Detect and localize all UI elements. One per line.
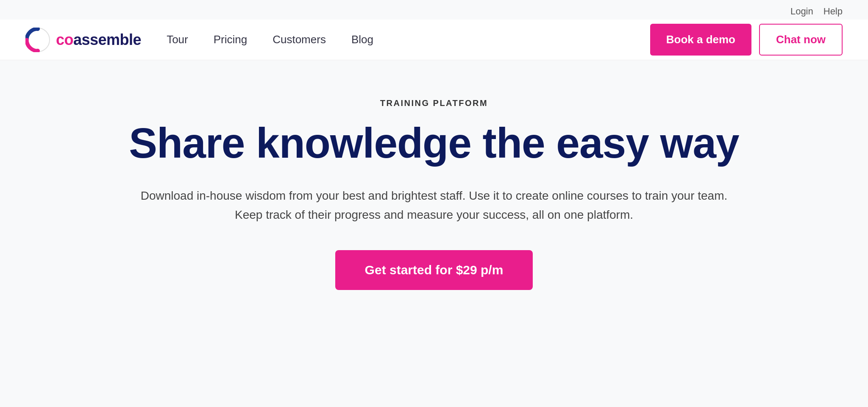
nav-blog[interactable]: Blog bbox=[351, 33, 373, 46]
top-bar: Login Help bbox=[0, 0, 868, 20]
nav-tour[interactable]: Tour bbox=[167, 33, 188, 46]
logo-icon bbox=[25, 28, 50, 52]
get-started-button[interactable]: Get started for $29 p/m bbox=[335, 250, 533, 290]
hero-title: Share knowledge the easy way bbox=[129, 121, 739, 165]
chat-now-button[interactable]: Chat now bbox=[759, 24, 843, 56]
nav-customers[interactable]: Customers bbox=[273, 33, 326, 46]
hero-section: TRAINING PLATFORM Share knowledge the ea… bbox=[0, 60, 868, 324]
nav-buttons: Book a demo Chat now bbox=[650, 24, 843, 56]
book-demo-button[interactable]: Book a demo bbox=[650, 24, 751, 56]
login-link[interactable]: Login bbox=[790, 6, 813, 17]
help-link[interactable]: Help bbox=[823, 6, 843, 17]
navbar: coassemble Tour Pricing Customers Blog B… bbox=[0, 20, 868, 60]
hero-eyebrow: TRAINING PLATFORM bbox=[380, 98, 488, 108]
hero-description: Download in-house wisdom from your best … bbox=[137, 187, 731, 225]
logo-text: coassemble bbox=[56, 31, 141, 49]
logo[interactable]: coassemble bbox=[25, 28, 141, 52]
nav-pricing[interactable]: Pricing bbox=[214, 33, 247, 46]
nav-links: Tour Pricing Customers Blog bbox=[167, 33, 650, 46]
